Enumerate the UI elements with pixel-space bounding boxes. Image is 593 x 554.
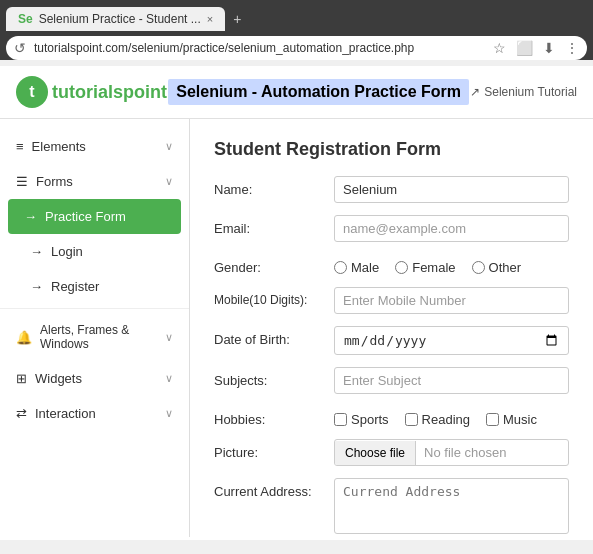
sidebar-item-interaction[interactable]: ⇄ Interaction ∨ <box>0 396 189 431</box>
dob-input[interactable] <box>334 326 569 355</box>
form-title: Student Registration Form <box>214 139 569 160</box>
reload-icon[interactable]: ↺ <box>14 40 26 56</box>
chevron-down-icon: ∨ <box>165 175 173 188</box>
email-label: Email: <box>214 215 334 236</box>
widgets-icon: ⊞ <box>16 371 27 386</box>
sidebar: ≡ Elements ∨ ☰ Forms ∨ → Practice Form <box>0 119 190 537</box>
hobbies-row: Hobbies: Sports Reading Music <box>214 406 569 427</box>
address-field-wrapper <box>334 478 569 537</box>
mobile-field-wrapper <box>334 287 569 314</box>
arrow-icon: → <box>30 244 43 259</box>
hobby-sports[interactable]: Sports <box>334 412 389 427</box>
interaction-icon: ⇄ <box>16 406 27 421</box>
hobby-sports-checkbox[interactable] <box>334 413 347 426</box>
gender-group: Male Female Other <box>334 254 569 275</box>
picture-field-wrapper: Choose file No file chosen <box>334 439 569 466</box>
arrow-icon: → <box>24 209 37 224</box>
file-input-wrapper: Choose file No file chosen <box>334 439 569 466</box>
chevron-down-icon: ∨ <box>165 372 173 385</box>
tab-close-icon[interactable]: × <box>207 13 213 25</box>
subjects-row: Subjects: <box>214 367 569 394</box>
hobby-music-checkbox[interactable] <box>486 413 499 426</box>
new-tab-button[interactable]: + <box>225 6 249 32</box>
sidebar-item-register[interactable]: → Register <box>0 269 189 304</box>
sidebar-item-elements[interactable]: ≡ Elements ∨ <box>0 129 189 164</box>
address-row: Current Address: <box>214 478 569 537</box>
main-content: Student Registration Form Name: Email: G… <box>190 119 593 537</box>
tab-title: Selenium Practice - Student ... <box>39 12 201 26</box>
subjects-field-wrapper <box>334 367 569 394</box>
chevron-down-icon: ∨ <box>165 407 173 420</box>
logo-icon: t <box>16 76 48 108</box>
sidebar-item-login[interactable]: → Login <box>0 234 189 269</box>
picture-row: Picture: Choose file No file chosen <box>214 439 569 466</box>
arrow-icon: → <box>30 279 43 294</box>
hobbies-label: Hobbies: <box>214 406 334 427</box>
name-row: Name: <box>214 176 569 203</box>
subjects-label: Subjects: <box>214 367 334 388</box>
gender-female[interactable]: Female <box>395 260 455 275</box>
forms-icon: ☰ <box>16 174 28 189</box>
choose-file-button[interactable]: Choose file <box>335 441 416 465</box>
mobile-label: Mobile(10 Digits): <box>214 287 334 307</box>
external-link-icon: ↗ <box>470 85 480 99</box>
dob-label: Date of Birth: <box>214 326 334 347</box>
menu-icon[interactable]: ⋮ <box>565 40 579 56</box>
email-input[interactable] <box>334 215 569 242</box>
name-field-wrapper <box>334 176 569 203</box>
mobile-row: Mobile(10 Digits): <box>214 287 569 314</box>
hobby-reading[interactable]: Reading <box>405 412 470 427</box>
name-label: Name: <box>214 176 334 197</box>
elements-icon: ≡ <box>16 139 24 154</box>
sidebar-item-practice-form[interactable]: → Practice Form <box>8 199 181 234</box>
sidebar-item-forms[interactable]: ☰ Forms ∨ <box>0 164 189 199</box>
header-link[interactable]: ↗ Selenium Tutorial <box>470 85 577 99</box>
gender-female-radio[interactable] <box>395 261 408 274</box>
star-icon[interactable]: ☆ <box>493 40 506 56</box>
dob-row: Date of Birth: <box>214 326 569 355</box>
dob-field-wrapper <box>334 326 569 355</box>
hobby-reading-checkbox[interactable] <box>405 413 418 426</box>
picture-label: Picture: <box>214 439 334 460</box>
hobbies-group: Sports Reading Music <box>334 406 569 427</box>
address-label: Current Address: <box>214 478 334 499</box>
sidebar-item-widgets[interactable]: ⊞ Widgets ∨ <box>0 361 189 396</box>
gender-label: Gender: <box>214 254 334 275</box>
subjects-input[interactable] <box>334 367 569 394</box>
sidebar-item-alerts[interactable]: 🔔 Alerts, Frames & Windows ∨ <box>0 313 189 361</box>
logo-text: tutorialspoint <box>52 82 167 103</box>
chevron-down-icon: ∨ <box>165 331 173 344</box>
address-bar: ↺ tutorialspoint.com/selenium/practice/s… <box>6 36 587 60</box>
page-header: t tutorialspoint Selenium - Automation P… <box>0 66 593 119</box>
logo-letter: t <box>29 83 34 101</box>
chevron-down-icon: ∨ <box>165 140 173 153</box>
download-icon[interactable]: ⬇ <box>543 40 555 56</box>
tab-favicon: Se <box>18 12 33 26</box>
cast-icon[interactable]: ⬜ <box>516 40 533 56</box>
gender-male-radio[interactable] <box>334 261 347 274</box>
gender-male[interactable]: Male <box>334 260 379 275</box>
hobby-music[interactable]: Music <box>486 412 537 427</box>
email-row: Email: <box>214 215 569 242</box>
email-field-wrapper <box>334 215 569 242</box>
gender-other[interactable]: Other <box>472 260 522 275</box>
url-text[interactable]: tutorialspoint.com/selenium/practice/sel… <box>34 41 485 55</box>
gender-other-radio[interactable] <box>472 261 485 274</box>
logo: t tutorialspoint <box>16 76 167 108</box>
name-input[interactable] <box>334 176 569 203</box>
address-textarea[interactable] <box>334 478 569 534</box>
bell-icon: 🔔 <box>16 330 32 345</box>
browser-tab[interactable]: Se Selenium Practice - Student ... × <box>6 7 225 31</box>
gender-row: Gender: Male Female Other <box>214 254 569 275</box>
page-title: Selenium - Automation Practice Form <box>168 79 469 105</box>
mobile-input[interactable] <box>334 287 569 314</box>
file-name-label: No file chosen <box>416 440 514 465</box>
